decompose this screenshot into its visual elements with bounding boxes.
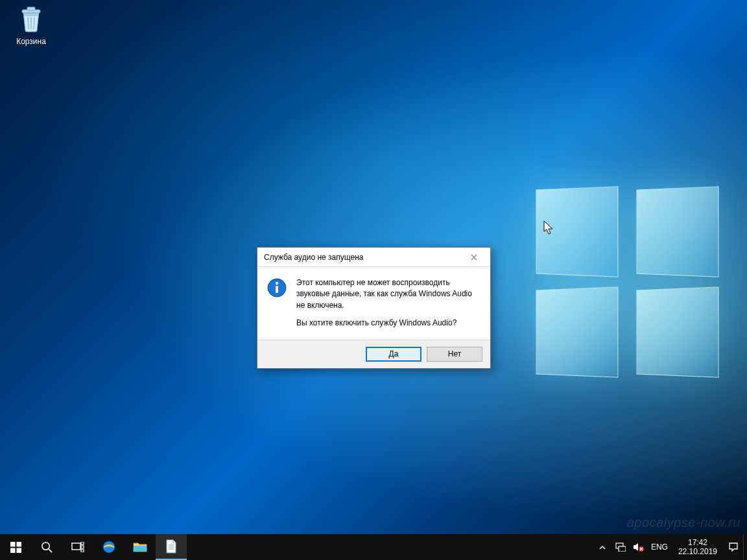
- internet-explorer-icon: [101, 539, 117, 555]
- svg-rect-1: [27, 7, 35, 10]
- dialog-message-line2: Вы хотите включить службу Windows Audio?: [296, 318, 481, 329]
- windows-logo-wallpaper: [532, 188, 726, 382]
- yes-button[interactable]: Да: [366, 347, 421, 362]
- svg-point-7: [276, 282, 278, 285]
- svg-rect-18: [81, 550, 84, 552]
- task-view-icon: [71, 542, 84, 552]
- svg-rect-21: [134, 546, 147, 552]
- network-tray-icon[interactable]: [615, 542, 626, 552]
- file-explorer-taskbar[interactable]: [124, 534, 156, 560]
- volume-tray-icon[interactable]: [633, 542, 645, 552]
- dialog-title-text: Служба аудио не запущена: [264, 248, 462, 267]
- folder-icon: [133, 541, 147, 553]
- notification-icon: [728, 542, 739, 552]
- svg-rect-10: [16, 542, 21, 547]
- recycle-bin-label: Корзина: [6, 37, 56, 46]
- dialog-footer: Да Нет: [257, 340, 490, 368]
- clock-tray[interactable]: 17:42 22.10.2019: [674, 536, 721, 559]
- taskbar-spacer: [187, 534, 591, 560]
- close-button[interactable]: [462, 250, 486, 264]
- svg-line-14: [49, 549, 52, 552]
- search-icon: [41, 541, 53, 554]
- volume-muted-icon: [633, 542, 645, 552]
- clock-time: 17:42: [678, 538, 717, 547]
- dialog-titlebar[interactable]: Служба аудио не запущена: [257, 248, 490, 267]
- action-center-button[interactable]: [728, 542, 739, 552]
- internet-explorer-taskbar[interactable]: [93, 534, 124, 560]
- recycle-bin-desktop-icon[interactable]: Корзина: [6, 3, 56, 46]
- watermark-text: apocalypse-now.ru: [627, 515, 741, 530]
- tray-overflow-button[interactable]: [597, 545, 608, 550]
- desktop[interactable]: Корзина Служба аудио не запущена Эт: [0, 0, 747, 534]
- svg-rect-9: [10, 542, 16, 547]
- info-icon: [267, 277, 287, 298]
- task-view-button[interactable]: [62, 534, 93, 560]
- recycle-bin-icon: [16, 3, 47, 34]
- start-button[interactable]: [0, 534, 31, 560]
- chevron-up-icon: [599, 545, 606, 550]
- audio-service-dialog: Служба аудио не запущена Этот компьютер …: [257, 247, 491, 369]
- show-desktop-button[interactable]: [743, 534, 747, 560]
- no-button[interactable]: Нет: [427, 347, 482, 362]
- svg-point-13: [42, 542, 49, 549]
- search-button[interactable]: [31, 534, 62, 560]
- svg-rect-8: [276, 286, 278, 293]
- clock-date: 22.10.2019: [678, 547, 717, 556]
- taskbar: ENG 17:42 22.10.2019: [0, 534, 747, 560]
- svg-rect-26: [619, 546, 626, 552]
- dialog-message-line1: Этот компьютер не может воспроизводить з…: [296, 277, 481, 311]
- dialog-message: Этот компьютер не может воспроизводить з…: [296, 277, 481, 329]
- network-icon: [615, 542, 626, 552]
- svg-rect-15: [72, 543, 80, 550]
- system-tray: ENG 17:42 22.10.2019: [591, 534, 743, 560]
- close-icon: [471, 254, 477, 261]
- svg-rect-11: [10, 548, 16, 553]
- language-indicator[interactable]: ENG: [651, 542, 668, 552]
- notepad-taskbar[interactable]: [156, 534, 187, 560]
- svg-rect-16: [81, 542, 84, 544]
- svg-rect-12: [16, 548, 21, 553]
- svg-rect-17: [81, 546, 84, 548]
- document-icon: [165, 539, 177, 554]
- windows-start-icon: [10, 542, 21, 553]
